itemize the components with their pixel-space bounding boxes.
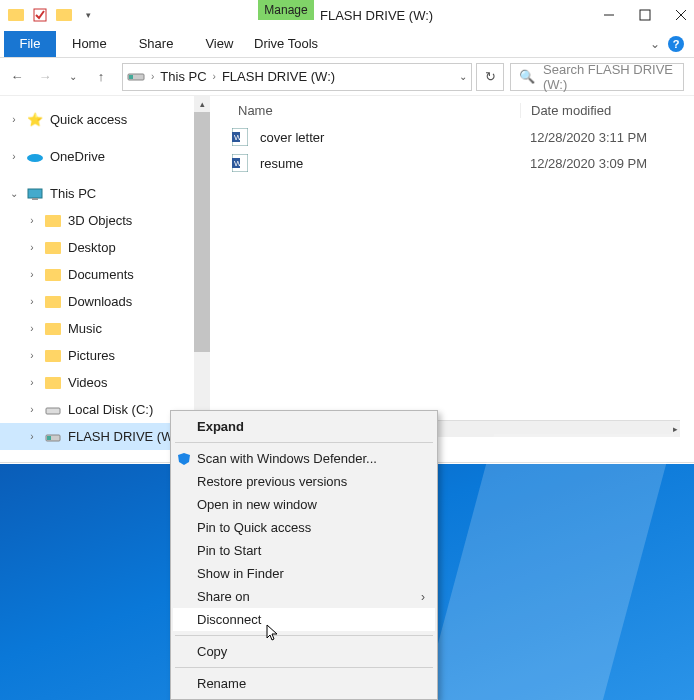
tree-onedrive[interactable]: ›OneDrive (0, 143, 210, 170)
column-headers: Name Date modified (210, 96, 694, 124)
onedrive-icon (26, 149, 44, 165)
minimize-button[interactable] (602, 8, 616, 22)
usb-drive-icon (44, 429, 62, 445)
shield-icon (177, 452, 191, 466)
svg-text:W: W (234, 159, 242, 168)
ctx-divider (175, 442, 433, 443)
tab-share[interactable]: Share (123, 31, 190, 57)
svg-text:W: W (234, 133, 242, 142)
breadcrumb-separator: › (145, 71, 160, 82)
search-placeholder: Search FLASH DRIVE (W:) (543, 62, 675, 92)
address-bar[interactable]: › This PC › FLASH DRIVE (W:) ⌄ (122, 63, 472, 91)
tree-videos[interactable]: ›Videos (0, 369, 210, 396)
close-button[interactable] (674, 8, 688, 22)
scroll-up-icon[interactable]: ▴ (194, 96, 210, 112)
context-menu: Expand Scan with Windows Defender... Res… (170, 410, 438, 700)
navigation-bar: ← → ⌄ ↑ › This PC › FLASH DRIVE (W:) ⌄ ↻… (0, 58, 694, 96)
ctx-divider (175, 667, 433, 668)
ctx-pin-quick-access[interactable]: Pin to Quick access (173, 516, 435, 539)
svg-rect-8 (28, 189, 42, 198)
tree-this-pc[interactable]: ⌄This PC (0, 180, 210, 207)
maximize-button[interactable] (638, 8, 652, 22)
svg-point-7 (27, 154, 43, 162)
folder-icon (44, 375, 62, 391)
tree-scrollbar-thumb[interactable] (194, 112, 210, 352)
contextual-tab-manage[interactable]: Manage (258, 0, 314, 20)
tree-downloads[interactable]: ›Downloads (0, 288, 210, 315)
up-button[interactable]: ↑ (92, 68, 110, 86)
column-date[interactable]: Date modified (520, 103, 694, 118)
file-row[interactable]: W cover letter 12/28/2020 3:11 PM (210, 124, 694, 150)
svg-rect-12 (47, 436, 51, 440)
tree-3d-objects[interactable]: ›3D Objects (0, 207, 210, 234)
folder-icon (44, 294, 62, 310)
file-name: resume (250, 156, 530, 171)
ctx-copy[interactable]: Copy (173, 640, 435, 663)
refresh-button[interactable]: ↻ (476, 63, 504, 91)
navigation-tree: ▴ ▾ ›⭐Quick access ›OneDrive ⌄This PC ›3… (0, 96, 210, 462)
tab-file[interactable]: File (4, 31, 56, 57)
svg-rect-2 (640, 10, 650, 20)
file-row[interactable]: W resume 12/28/2020 3:09 PM (210, 150, 694, 176)
help-icon[interactable]: ? (668, 36, 684, 52)
tree-desktop[interactable]: ›Desktop (0, 234, 210, 261)
word-doc-icon: W (232, 154, 250, 172)
window-title: FLASH DRIVE (W:) (320, 0, 433, 30)
search-box[interactable]: 🔍 Search FLASH DRIVE (W:) (510, 63, 684, 91)
new-folder-qat-icon[interactable] (54, 5, 74, 25)
properties-qat-icon[interactable] (30, 5, 50, 25)
tab-drive-tools[interactable]: Drive Tools (238, 31, 334, 57)
ctx-scan-defender[interactable]: Scan with Windows Defender... (173, 447, 435, 470)
svg-rect-10 (46, 408, 60, 414)
file-name: cover letter (250, 130, 530, 145)
folder-icon (44, 348, 62, 364)
ctx-pin-start[interactable]: Pin to Start (173, 539, 435, 562)
ctx-share-on[interactable]: Share on› (173, 585, 435, 608)
ctx-divider (175, 635, 433, 636)
file-list: Name Date modified W cover letter 12/28/… (210, 96, 694, 462)
content-area: ▴ ▾ ›⭐Quick access ›OneDrive ⌄This PC ›3… (0, 96, 694, 462)
address-dropdown-icon[interactable]: ⌄ (459, 71, 467, 82)
ctx-disconnect[interactable]: Disconnect (173, 608, 435, 631)
search-icon: 🔍 (519, 69, 535, 84)
ribbon-expand-icon[interactable]: ⌄ (650, 37, 660, 51)
quick-access-toolbar: ▾ (0, 5, 98, 25)
svg-rect-9 (32, 198, 38, 200)
ctx-show-in-finder[interactable]: Show in Finder (173, 562, 435, 585)
breadcrumb-this-pc[interactable]: This PC (160, 69, 206, 84)
file-date: 12/28/2020 3:11 PM (530, 130, 647, 145)
folder-qat-icon[interactable] (6, 5, 26, 25)
svg-rect-6 (129, 75, 133, 79)
ribbon-tabs: File Home Share View Drive Tools ⌄ ? (0, 30, 694, 58)
tree-quick-access[interactable]: ›⭐Quick access (0, 106, 210, 133)
recent-locations-icon[interactable]: ⌄ (64, 68, 82, 86)
star-icon: ⭐ (26, 112, 44, 128)
tree-documents[interactable]: ›Documents (0, 261, 210, 288)
drive-icon (127, 68, 145, 85)
folder-icon (44, 240, 62, 256)
back-button[interactable]: ← (8, 68, 26, 86)
file-date: 12/28/2020 3:09 PM (530, 156, 647, 171)
tab-home[interactable]: Home (56, 31, 123, 57)
disk-icon (44, 402, 62, 418)
folder-icon (44, 267, 62, 283)
pc-icon (26, 186, 44, 202)
tree-music[interactable]: ›Music (0, 315, 210, 342)
ctx-open-new-window[interactable]: Open in new window (173, 493, 435, 516)
breadcrumb-separator: › (207, 71, 222, 82)
title-bar: ▾ Manage FLASH DRIVE (W:) (0, 0, 694, 30)
qat-dropdown-icon[interactable]: ▾ (78, 5, 98, 25)
breadcrumb-flash-drive[interactable]: FLASH DRIVE (W:) (222, 69, 335, 84)
ctx-restore-previous[interactable]: Restore previous versions (173, 470, 435, 493)
tree-pictures[interactable]: ›Pictures (0, 342, 210, 369)
word-doc-icon: W (232, 128, 250, 146)
folder-icon (44, 321, 62, 337)
scroll-right-icon[interactable]: ▸ (673, 424, 678, 434)
forward-button[interactable]: → (36, 68, 54, 86)
submenu-arrow-icon: › (421, 590, 425, 604)
folder-icon (44, 213, 62, 229)
ctx-rename[interactable]: Rename (173, 672, 435, 695)
column-name[interactable]: Name (210, 103, 520, 118)
ctx-expand[interactable]: Expand (173, 415, 435, 438)
